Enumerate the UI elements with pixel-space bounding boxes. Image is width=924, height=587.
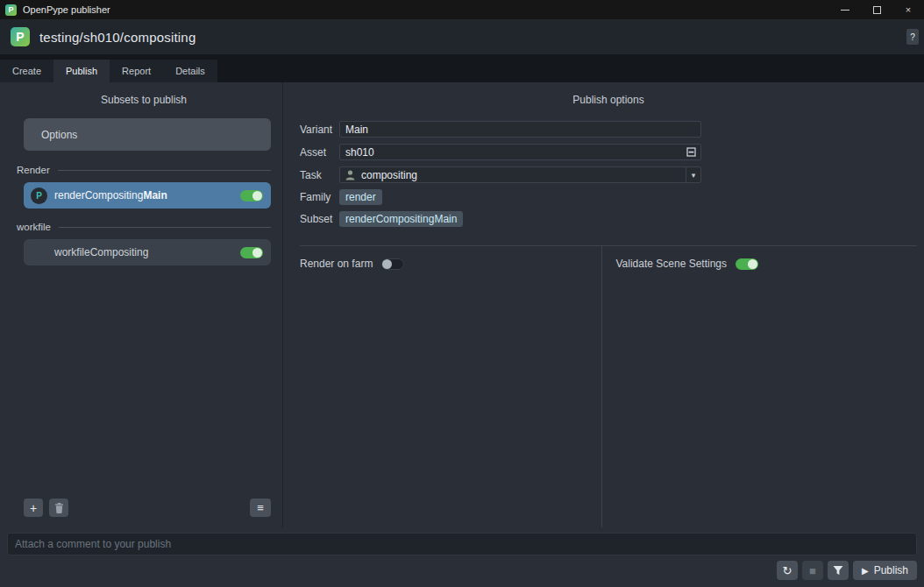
trash-icon [54,503,64,513]
toggle-knob [748,259,757,269]
plugin-options-left: Render on farm [300,246,601,527]
asset-field [339,144,701,160]
header: P testing/sh010/compositing ? [0,19,924,54]
title-bar: P OpenPype publisher × [0,0,924,19]
asset-picker-icon [686,147,696,157]
task-dropdown-arrow[interactable]: ▾ [686,167,700,182]
window-title: OpenPype publisher [23,4,110,15]
subset-item-label: workfileCompositing [54,246,148,258]
group-divider [58,170,271,171]
openpype-subset-icon: P [31,187,47,204]
family-row: Family render [300,189,917,205]
subset-item-workfilecompositing[interactable]: workfileCompositing [24,239,271,265]
delete-subset-button[interactable] [49,499,68,517]
maximize-button[interactable] [861,0,892,19]
context-breadcrumb: testing/sh010/compositing [39,30,195,45]
publish-button-label: Publish [874,564,908,576]
add-subset-button[interactable]: + [24,499,43,517]
toggle-knob [382,259,392,269]
asset-label: Asset [300,146,339,159]
openpype-logo-icon: P [11,27,30,46]
close-icon: × [906,4,911,15]
tab-bar: Create Publish Report Details [0,54,924,82]
subsets-panel: Subsets to publish Options Render P rend… [7,82,281,527]
subset-enabled-toggle[interactable] [240,247,263,258]
tab-report[interactable]: Report [110,60,163,82]
minimize-icon [841,10,849,11]
play-icon: ▶ [862,566,869,576]
app-icon: P [5,4,17,16]
group-header-render: Render [17,165,271,175]
publish-options-form: Variant Asset Task [300,121,917,233]
comment-input[interactable] [7,533,917,555]
variant-field [339,121,701,138]
panel-divider [282,82,283,527]
render-on-farm-label: Render on farm [300,258,373,270]
stop-button[interactable]: ■ [802,561,823,580]
subset-item-label: renderCompositingMain [54,189,167,202]
app-window: P OpenPype publisher × P testing/sh010/c… [0,0,924,587]
variant-row: Variant [300,121,917,138]
maximize-icon [873,6,881,14]
minimize-button[interactable] [829,0,861,19]
task-value: compositing [361,169,417,181]
validate-scene-settings-row: Validate Scene Settings [616,258,918,270]
toggle-knob [252,248,262,258]
subset-icon-slot: P [31,187,54,204]
user-icon [345,170,355,180]
view-mode-button[interactable]: ≡ [250,499,271,517]
family-label: Family [300,191,339,203]
task-dropdown[interactable]: compositing ▾ [339,166,701,183]
tab-details[interactable]: Details [163,60,217,82]
reset-button[interactable]: ↻ [777,561,798,580]
publish-button[interactable]: ▶ Publish [853,561,917,580]
help-button[interactable]: ? [906,29,919,45]
group-label: Render [17,165,50,175]
render-on-farm-toggle[interactable] [381,258,404,270]
footer: ↻ ■ ▶ Publish [0,527,924,587]
refresh-icon: ↻ [782,564,792,577]
validate-scene-settings-label: Validate Scene Settings [616,258,728,270]
validate-button[interactable] [828,561,849,580]
options-button-label: Options [41,129,77,141]
chevron-down-icon: ▾ [692,171,696,180]
comment-bar [7,533,917,555]
close-button[interactable]: × [892,0,924,19]
validate-scene-settings-toggle[interactable] [736,258,758,270]
group-divider [59,227,271,228]
subset-enabled-toggle[interactable] [240,190,263,202]
publish-options-title: Publish options [300,82,917,111]
options-button[interactable]: Options [24,118,271,151]
plus-icon: + [30,501,37,515]
variant-label: Variant [300,124,339,136]
subset-row: Subset renderCompositingMain [300,211,917,227]
group-label: workfile [17,222,51,232]
main-content: Subsets to publish Options Render P rend… [0,82,924,527]
asset-input[interactable] [340,145,686,159]
tab-publish[interactable]: Publish [53,60,110,82]
subset-badge: renderCompositingMain [339,211,463,227]
variant-input[interactable] [340,122,700,137]
subset-label: Subset [300,213,339,225]
menu-icon: ≡ [257,501,264,514]
subsets-toolbar: + ≡ [24,499,271,517]
asset-picker-button[interactable] [686,147,696,157]
publish-options-panel: Publish options Variant Asset [285,82,917,527]
family-badge: render [339,189,382,205]
toggle-knob [252,191,262,201]
task-label: Task [300,169,339,181]
asset-row: Asset [300,144,917,160]
group-header-workfile: workfile [17,222,271,232]
filter-icon [833,565,843,576]
subsets-panel-title: Subsets to publish [17,82,271,111]
action-buttons: ↻ ■ ▶ Publish [0,559,924,580]
plugin-options-area: Render on farm Validate Scene Settings [300,246,917,527]
stop-icon: ■ [809,564,816,577]
subset-item-rendercompositingmain[interactable]: P renderCompositingMain [24,182,271,209]
tab-create[interactable]: Create [0,60,53,82]
subsets-spacer [17,268,271,499]
plugin-options-right: Validate Scene Settings [602,246,918,527]
task-row: Task compositing ▾ [300,166,917,183]
render-on-farm-row: Render on farm [300,258,601,270]
